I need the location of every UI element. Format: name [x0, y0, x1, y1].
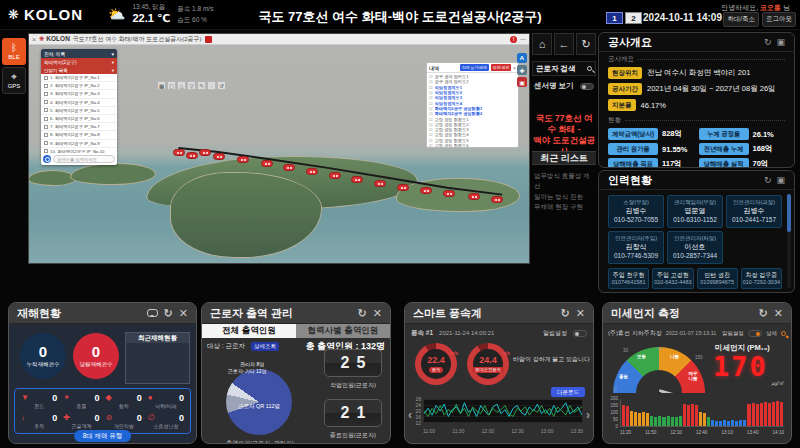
personnel-contact-card[interactable]: 안전관리자(과장) 김병수 010-2441-7157 [726, 195, 782, 228]
draw-tool-icon[interactable]: ✎ [197, 81, 206, 90]
close-icon[interactable]: ✕ [179, 307, 188, 320]
personnel-contact-card-small[interactable]: 차장 김우중 010-7292-3034 [741, 268, 782, 289]
device-list-item[interactable]: 3. 화태백야2공구 IP_No.3 [41, 90, 117, 98]
device-list-item[interactable]: 1. 화태백야2공구 IP_No.1 [41, 74, 117, 82]
layer-list-item[interactable]: ☑ 교량 공정 현황도6 [429, 143, 516, 147]
copy-icon[interactable]: ▣ [776, 37, 785, 47]
checkbox-icon[interactable] [44, 108, 48, 112]
copy-icon[interactable]: ▣ [776, 175, 785, 185]
search-icon[interactable] [43, 155, 51, 163]
ble-mode-button[interactable]: ᛒ BLE [2, 38, 26, 65]
worker-marker[interactable] [491, 196, 503, 203]
record-tool-icon[interactable]: ▣ [517, 77, 527, 87]
dust-alarm-toggle[interactable] [748, 330, 762, 337]
device-list-item[interactable]: 4. 화태백야2공구 IP_No.4 [41, 99, 117, 107]
device-search-input[interactable]: 검색어를 입력하세요 [53, 155, 115, 163]
personnel-scrollbar[interactable] [787, 194, 791, 288]
map-minimize-icon[interactable]: — [520, 36, 526, 42]
detail-search-icon[interactable] [781, 331, 786, 336]
checkbox-icon[interactable]: ☑ [429, 111, 433, 116]
personnel-contact-card[interactable]: 소장(부장) 김병수 010-5270-7055 [608, 195, 664, 228]
zoom-toggle-button[interactable]: 확대/축소 [723, 12, 759, 27]
tab-all-attendance[interactable]: 전체 출역인원 [202, 324, 296, 338]
checkbox-icon[interactable]: ☑ [429, 79, 433, 84]
checkbox-icon[interactable]: ☑ [429, 101, 433, 106]
worker-marker[interactable] [420, 187, 432, 194]
personnel-contact-card-small[interactable]: 주임 천우현 01074641581 [608, 268, 649, 289]
device-list-item[interactable]: 6. 화태백야2공구 IP_No.6 [41, 115, 117, 123]
device-group-2[interactable]: 단말기 목록▾ [41, 66, 117, 74]
personnel-contact-card[interactable]: 안전관리자(차장) 이선호 010-2857-7344 [667, 231, 723, 264]
checkbox-icon[interactable]: ☑ [429, 95, 433, 100]
draw-tool-icon[interactable]: △ [177, 81, 186, 90]
attendance-detail-button[interactable]: 상세조회 [251, 342, 279, 351]
refresh-icon[interactable]: ↻ [358, 307, 367, 320]
map-3d-view[interactable]: 전체 목록▾ 화태백야(2공구)▾ 단말기 목록▾ 1. 화태백야2공구 IP_… [29, 45, 529, 263]
worker-marker[interactable] [468, 193, 480, 200]
draw-tool-icon[interactable]: ▽ [187, 81, 196, 90]
page-2-button[interactable]: 2 [625, 12, 642, 24]
worker-marker[interactable] [186, 152, 198, 159]
worker-marker[interactable] [173, 149, 185, 156]
wind-alarm-toggle[interactable] [573, 330, 587, 337]
checkbox-icon[interactable]: ☑ [429, 122, 433, 127]
worker-marker[interactable] [351, 176, 363, 183]
worker-search-button[interactable]: 근로자 검색 [532, 61, 596, 76]
chevron-right-icon[interactable]: › [586, 408, 590, 422]
layer-clear-all-button[interactable]: 전체 해제 [491, 64, 511, 71]
device-list-item[interactable]: 8. 화태백야2공구 IP_No.8 [41, 131, 117, 139]
worker-marker[interactable] [306, 168, 318, 175]
personnel-contact-card[interactable]: 관리책임자(부장) 염문열 010-6310-1152 [667, 195, 723, 228]
map-close-icon[interactable]: × [32, 36, 36, 43]
map-alert-icon[interactable]: ! [510, 36, 517, 43]
checkbox-icon[interactable]: ☑ [429, 74, 433, 79]
logout-button[interactable]: 로그아웃 [762, 12, 796, 27]
close-icon[interactable]: ✕ [373, 307, 382, 320]
checkbox-icon[interactable]: ☑ [429, 138, 433, 143]
checkbox-icon[interactable] [44, 125, 48, 129]
checkbox-icon[interactable]: ☑ [429, 117, 433, 122]
draw-tool-icon[interactable]: ◻ [167, 81, 176, 90]
worker-marker[interactable] [237, 156, 249, 163]
checkbox-icon[interactable]: ☑ [429, 132, 433, 137]
checkbox-icon[interactable] [44, 117, 48, 121]
checkbox-icon[interactable] [44, 92, 48, 96]
refresh-icon[interactable]: ↻ [561, 307, 570, 320]
worker-marker[interactable] [443, 190, 455, 197]
comment-icon[interactable] [147, 309, 158, 317]
checkbox-icon[interactable]: ☑ [429, 106, 433, 111]
sensor-name-toggle[interactable] [580, 83, 594, 90]
refresh-icon[interactable]: ↻ [164, 307, 173, 320]
refresh-icon[interactable]: ↻ [764, 175, 772, 185]
personnel-contact-card[interactable]: 안전관리자(주임) 김창식 010-7746-5309 [608, 231, 664, 264]
worker-marker[interactable] [199, 149, 211, 156]
add-tool-icon[interactable]: ✚ [517, 65, 527, 75]
checkbox-icon[interactable] [44, 100, 48, 104]
draw-tool-icon[interactable]: ▦ [157, 81, 166, 90]
device-list-item[interactable]: 2. 화태백야2공구 IP_No.2 [41, 82, 117, 90]
worker-marker[interactable] [261, 160, 273, 167]
annotation-tool-icon[interactable]: A [517, 53, 527, 63]
checkbox-icon[interactable]: ☑ [429, 90, 433, 95]
device-list-item[interactable]: 7. 화태백야2공구 IP_No.7 [41, 123, 117, 131]
worker-marker[interactable] [397, 184, 409, 191]
checkbox-icon[interactable] [44, 76, 48, 80]
close-icon[interactable]: ✕ [774, 307, 783, 320]
draw-tool-icon[interactable]: ↺ [217, 81, 226, 90]
page-1-button[interactable]: 1 [606, 12, 623, 24]
checkbox-icon[interactable]: ☑ [429, 143, 433, 147]
chevron-left-icon[interactable]: ‹ [408, 408, 412, 422]
checkbox-icon[interactable]: ☑ [429, 127, 433, 132]
wind-sensor-label[interactable]: 풍속 #1 [411, 329, 433, 338]
home-button[interactable]: ⌂ [532, 33, 552, 55]
draw-tool-icon[interactable]: ◌ [207, 81, 216, 90]
checkbox-icon[interactable] [44, 84, 48, 88]
personnel-contact-card-small[interactable]: 주임 고경현 010-6432-4483 [652, 268, 693, 289]
refresh-icon[interactable]: ↻ [764, 37, 772, 47]
layer-panel-close-icon[interactable]: × [513, 65, 516, 71]
gps-mode-button[interactable]: ⌖ GPS [2, 67, 26, 94]
device-list-item[interactable]: 5. 화태백야2공구 IP_No.5 [41, 107, 117, 115]
worker-marker[interactable] [213, 153, 225, 160]
worker-marker[interactable] [374, 180, 386, 187]
worker-marker[interactable] [329, 172, 341, 179]
